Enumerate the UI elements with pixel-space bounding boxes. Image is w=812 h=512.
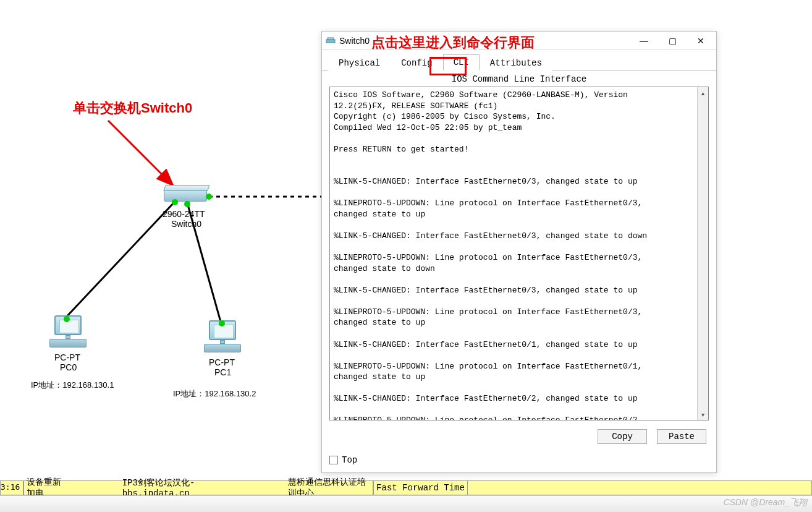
tab-attributes[interactable]: Attributes <box>480 55 552 70</box>
tab-cli[interactable]: CLI <box>443 54 480 70</box>
switch-name-label: Switch0 <box>171 219 201 229</box>
tab-config[interactable]: Config <box>391 55 442 70</box>
pc1-ip-label: IP地址：192.168.130.2 <box>173 388 256 399</box>
tab-physical[interactable]: Physical <box>328 55 391 70</box>
svg-line-1 <box>108 121 173 186</box>
svg-line-2 <box>65 202 175 318</box>
watermark: CSDN @Dream_飞翔 <box>723 497 807 508</box>
status-message-bar: 设备重新加电 IP3剑客论坛汉化-bbs.ipdata.cn 慧桥通信思科认证培… <box>23 480 373 495</box>
top-checkbox[interactable] <box>329 456 338 464</box>
link-dot <box>172 199 178 205</box>
scroll-up-icon[interactable]: ▴ <box>698 87 708 98</box>
status-bar: 3:16 设备重新加电 IP3剑客论坛汉化-bbs.ipdata.cn 慧桥通信… <box>0 480 812 495</box>
switch-config-window: Switch0 — ▢ ✕ 点击这里进入到命令行界面 Physical Conf… <box>321 31 717 473</box>
fast-forward-time-button[interactable]: Fast Forward Time <box>373 480 468 495</box>
svg-rect-6 <box>328 38 334 40</box>
status-time: 3:16 <box>0 480 23 495</box>
annotation-click-switch: 单击交换机Switch0 <box>73 99 192 117</box>
cli-scrollbar[interactable]: ▴ ▾ <box>697 87 708 420</box>
link-dot <box>206 194 212 200</box>
switch-icon <box>326 36 336 46</box>
window-title: Switch0 <box>339 36 370 46</box>
link-dot <box>219 320 225 326</box>
scroll-down-icon[interactable]: ▾ <box>698 409 708 420</box>
annotation-click-cli: 点击这里进入到命令行界面 <box>371 33 535 52</box>
pc0-type-label: PC-PT <box>54 352 80 362</box>
pc0-ip-label: IP地址：192.168.130.1 <box>31 380 114 391</box>
link-dot <box>184 201 190 207</box>
top-label: Top <box>342 455 357 465</box>
close-button[interactable]: ✕ <box>687 32 715 49</box>
link-dot <box>64 316 70 322</box>
maximize-button[interactable]: ▢ <box>658 32 687 49</box>
switch-model-label: 2960-24TT <box>163 209 205 219</box>
pc1-name-label: PC1 <box>214 367 231 377</box>
minimize-button[interactable]: — <box>630 32 658 49</box>
bottom-toolbar[interactable] <box>0 495 812 512</box>
cli-output-text[interactable]: Cisco IOS Software, C2960 Software (C296… <box>330 87 697 420</box>
cli-output-area[interactable]: Cisco IOS Software, C2960 Software (C296… <box>329 87 709 420</box>
cli-panel-title: IOS Command Line Interface <box>322 70 716 87</box>
svg-rect-5 <box>326 40 335 43</box>
paste-button[interactable]: Paste <box>657 429 706 444</box>
copy-button[interactable]: Copy <box>598 429 647 444</box>
pc0-name-label: PC0 <box>60 362 77 372</box>
tab-bar: Physical Config CLI Attributes <box>322 50 716 70</box>
pc1-type-label: PC-PT <box>209 357 235 367</box>
